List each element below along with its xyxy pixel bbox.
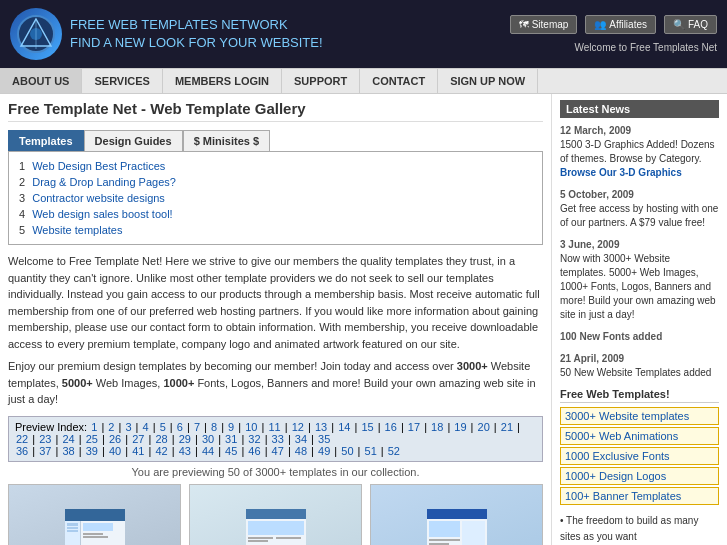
affiliates-icon: 👥 [594,19,606,30]
free-item-5[interactable]: 100+ Banner Templates [560,487,719,505]
tab-design-guides[interactable]: Design Guides [84,130,183,151]
main-nav: ABOUT US SERVICES MEMBERS LOGIN SUPPORT … [0,68,727,94]
content-area: Free Template Net - Web Template Gallery… [0,94,727,545]
tab-minisites[interactable]: $ Minisites $ [183,130,270,151]
svg-rect-10 [83,523,113,531]
header-title: FREE WEB TEMPLATES NETWORK FIND A NEW LO… [70,16,323,52]
svg-rect-11 [83,533,103,535]
sidebar: Latest News 12 March, 2009 1500 3-D Grap… [552,94,727,545]
nav-members-login[interactable]: MEMBERS LOGIN [163,69,282,93]
list-item: 2 Drag & Drop Landing Pages? [15,174,536,190]
tab-templates[interactable]: Templates [8,130,84,151]
news-item-4: 100 New Fonts added [560,330,719,344]
preview-link[interactable]: 1 [91,421,97,433]
header-right: 🗺 Sitemap 👥 Affiliates 🔍 FAQ Welcome to … [510,15,717,53]
svg-rect-13 [246,509,306,519]
svg-rect-24 [429,543,449,545]
svg-rect-18 [276,537,301,539]
preview-index-links: 1 | 2 | 3 | 4 | 5 | 6 | 7 | 8 | 9 | 10 |… [15,421,520,457]
header: FREE WEB TEMPLATES NETWORK FIND A NEW LO… [0,0,727,68]
header-logo: FREE WEB TEMPLATES NETWORK FIND A NEW LO… [10,8,323,60]
news-item-3: 3 June, 2009 Now with 3000+ Website temp… [560,238,719,322]
template-link-1[interactable]: Web Design Best Practices [32,160,165,172]
thumbnails: 001 002 [8,484,543,546]
svg-rect-16 [248,537,273,539]
template-link-4[interactable]: Web design sales boost tool! [32,208,172,220]
free-item-1[interactable]: 3000+ Website templates [560,407,719,425]
news-item-1: 12 March, 2009 1500 3-D Graphics Added! … [560,124,719,180]
sidebar-latest-news-title: Latest News [560,100,719,118]
svg-rect-9 [67,530,78,532]
title-line1: FREE WEB TEMPLATES NETWORK [70,16,323,34]
nav-support[interactable]: SUPPORT [282,69,360,93]
free-item-3[interactable]: 1000 Exclusive Fonts [560,447,719,465]
svg-rect-21 [462,521,485,546]
thumbnail-2[interactable] [189,484,362,546]
svg-rect-19 [427,509,487,519]
template-link-3[interactable]: Contractor website designs [32,192,165,204]
sitemap-icon: 🗺 [519,19,529,30]
svg-rect-17 [248,540,268,542]
news-item-5: 21 April, 2009 50 New Website Templates … [560,352,719,380]
page-title: Free Template Net - Web Template Gallery [8,100,543,122]
free-item-2[interactable]: 5000+ Web Animations [560,427,719,445]
preview-index-label: Preview Index: [15,421,87,433]
svg-rect-23 [429,539,460,541]
affiliates-button[interactable]: 👥 Affiliates [585,15,656,34]
browse-graphics-link[interactable]: Browse Our 3-D Graphics [560,167,682,178]
news-item-2: 5 October, 2009 Get free access by hosti… [560,188,719,230]
logo-image [10,8,62,60]
preview-count: You are previewing 50 of 3000+ templates… [8,466,543,478]
svg-rect-15 [248,521,304,535]
list-item: 5 Website templates [15,222,536,238]
body-paragraph-1: Welcome to Free Template Net! Here we st… [8,253,543,352]
list-item: 3 Contractor website designs [15,190,536,206]
list-item: 4 Web design sales boost tool! [15,206,536,222]
svg-rect-8 [67,527,78,529]
sitemap-button[interactable]: 🗺 Sitemap [510,15,578,34]
template-link-2[interactable]: Drag & Drop Landing Pages? [32,176,176,188]
sidebar-free-templates-title: Free Web Templates! [560,388,719,403]
free-item-4[interactable]: 1000+ Design Logos [560,467,719,485]
sidebar-benefits: • The freedom to build as many sites as … [560,513,719,545]
template-link-5[interactable]: Website templates [32,224,122,236]
svg-rect-22 [429,521,460,537]
faq-icon: 🔍 [673,19,685,30]
body-text: Welcome to Free Template Net! Here we st… [8,253,543,408]
preview-index: Preview Index: 1 | 2 | 3 | 4 | 5 | 6 | 7… [8,416,543,462]
nav-about-us[interactable]: ABOUT US [0,69,82,93]
nav-contact[interactable]: CONTACT [360,69,438,93]
svg-rect-7 [67,523,78,526]
template-list: 1 Web Design Best Practices 2 Drag & Dro… [8,151,543,245]
header-welcome: Welcome to Free Templates Net [575,42,717,53]
faq-button[interactable]: 🔍 FAQ [664,15,717,34]
body-paragraph-2: Enjoy our premium design templates by be… [8,358,543,408]
nav-signup[interactable]: SIGN UP NOW [438,69,538,93]
thumbnail-3[interactable] [370,484,543,546]
title-line2: FIND A NEW LOOK FOR YOUR WEBSITE! [70,34,323,52]
tabs: Templates Design Guides $ Minisites $ [8,130,543,151]
svg-rect-4 [65,509,125,521]
main-content: Free Template Net - Web Template Gallery… [0,94,552,545]
thumbnail-1[interactable] [8,484,181,546]
list-item: 1 Web Design Best Practices [15,158,536,174]
svg-rect-12 [83,536,108,538]
nav-services[interactable]: SERVICES [82,69,162,93]
